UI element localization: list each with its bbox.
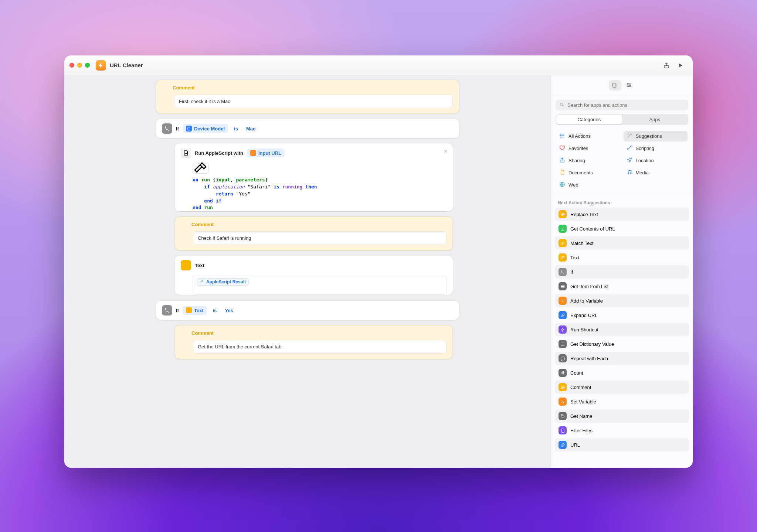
if-variable-token[interactable]: Text <box>183 306 207 315</box>
branch-icon <box>162 123 172 134</box>
input-variable-token[interactable]: Input URL <box>247 149 285 157</box>
link-icon <box>559 311 567 319</box>
shortcut-app-icon <box>96 60 106 71</box>
svg-point-9 <box>560 137 560 137</box>
suggestion-repeat-with-each[interactable]: Repeat with Each <box>555 352 689 365</box>
window-controls <box>69 63 90 68</box>
search-input[interactable] <box>567 102 685 108</box>
if-operator[interactable]: is <box>232 125 240 133</box>
suggestion-get-contents-of-url[interactable]: Get Contents of URL <box>555 222 689 235</box>
wand-icon <box>627 133 632 140</box>
branch-icon <box>559 268 567 276</box>
suggestion-if[interactable]: If <box>555 265 689 279</box>
comment-text-field[interactable]: Check if Safari is running <box>193 231 447 245</box>
run-applescript-action[interactable]: Run AppleScript with Input URL ✕ on run … <box>175 143 453 211</box>
action-title: Text <box>195 263 204 268</box>
category-suggestions[interactable]: Suggestions <box>624 131 688 141</box>
suggestion-run-shortcut[interactable]: Run Shortcut <box>555 323 689 336</box>
settings-tab-button[interactable] <box>623 80 635 91</box>
list-icon <box>559 340 567 348</box>
repeat-icon <box>559 354 567 362</box>
category-sharing[interactable]: Sharing <box>556 155 621 166</box>
text-field[interactable]: AppleScript Result <box>193 275 447 295</box>
svg-rect-2 <box>613 83 616 87</box>
tag-icon <box>559 412 567 420</box>
variable-token[interactable]: AppleScript Result <box>197 278 249 286</box>
if-variable-token[interactable]: Device Model <box>183 124 228 133</box>
category-documents[interactable]: Documents <box>556 167 621 178</box>
comment-action[interactable]: Comment Get the URL from the current Saf… <box>175 325 453 359</box>
comment-action[interactable]: Comment Check if Safari is running <box>175 216 453 250</box>
minimize-window-button[interactable] <box>77 63 82 68</box>
suggestion-get-item-from-list[interactable]: Get Item from List <box>555 280 689 293</box>
workflow-canvas[interactable]: Comment First, check if it is a Mac If D… <box>64 75 551 468</box>
if-keyword: If <box>176 308 179 313</box>
library-tab-button[interactable] <box>609 80 621 91</box>
close-window-button[interactable] <box>69 63 74 68</box>
hash-icon <box>559 369 567 377</box>
category-scripting[interactable]: Scripting <box>624 143 688 154</box>
text-icon <box>559 239 567 247</box>
if-value[interactable]: Yes <box>223 306 235 315</box>
search-field[interactable] <box>556 100 688 110</box>
segment-apps[interactable]: Apps <box>622 115 688 124</box>
var-icon <box>559 398 567 406</box>
action-title: Comment <box>191 330 214 336</box>
suggestion-match-text[interactable]: Match Text <box>555 236 689 250</box>
comment-icon <box>181 329 188 337</box>
app-window: URL Cleaner Comment First, check if it i… <box>64 55 693 468</box>
library-mode-segmented[interactable]: Categories Apps <box>556 114 688 125</box>
suggestion-get-dictionary-value[interactable]: Get Dictionary Value <box>555 337 689 351</box>
if-action[interactable]: If Text is Yes <box>156 301 459 320</box>
comment-text-field[interactable]: First, check if it is a Mac <box>174 95 453 108</box>
text-action[interactable]: Text AppleScript Result <box>175 256 453 295</box>
suggestion-add-to-variable[interactable]: Add to Variable <box>555 294 689 307</box>
action-title: Run AppleScript with <box>195 150 243 156</box>
suggestion-get-name[interactable]: Get Name <box>555 409 689 423</box>
category-all-actions[interactable]: All Actions <box>556 131 621 141</box>
comment-text-field[interactable]: Get the URL from the current Safari tab <box>193 340 447 354</box>
run-button[interactable] <box>673 59 688 71</box>
dl-icon <box>559 225 567 233</box>
suggestion-list: Replace TextGet Contents of URLMatch Tex… <box>551 208 693 458</box>
if-action[interactable]: If Device Model is Mac <box>156 119 459 138</box>
if-operator[interactable]: is <box>211 306 219 315</box>
svg-point-7 <box>560 134 560 134</box>
doc-icon <box>559 169 565 176</box>
share-button[interactable] <box>659 59 673 71</box>
comment-action[interactable]: Comment First, check if it is a Mac <box>156 80 459 114</box>
link-icon <box>559 441 567 449</box>
remove-action-button[interactable]: ✕ <box>444 149 448 154</box>
compile-script-button[interactable] <box>193 163 209 174</box>
if-keyword: If <box>176 126 179 132</box>
script-editor[interactable]: on run {input, parameters} if applicatio… <box>193 177 447 211</box>
comment-icon <box>181 221 188 228</box>
svg-point-11 <box>628 173 629 174</box>
window-title: URL Cleaner <box>110 62 143 68</box>
category-location[interactable]: Location <box>624 155 688 166</box>
text-icon <box>559 210 567 218</box>
variable-icon <box>250 150 256 156</box>
suggestion-expand-url[interactable]: Expand URL <box>555 308 689 322</box>
category-media[interactable]: Media <box>624 167 688 178</box>
category-web[interactable]: Web <box>556 180 621 190</box>
category-favorites[interactable]: Favorites <box>556 143 621 154</box>
if-value[interactable]: Mac <box>244 125 258 133</box>
titlebar: URL Cleaner <box>64 55 693 75</box>
suggestion-filter-files[interactable]: Filter Files <box>555 424 689 437</box>
suggestion-count[interactable]: Count <box>555 366 689 379</box>
segment-categories[interactable]: Categories <box>556 115 622 124</box>
suggestion-replace-text[interactable]: Replace Text <box>555 208 689 221</box>
loc-icon <box>627 157 632 164</box>
suggestion-set-variable[interactable]: Set Variable <box>555 395 689 408</box>
zoom-window-button[interactable] <box>85 63 90 68</box>
bolt-icon <box>559 325 567 334</box>
text-icon <box>559 253 567 262</box>
suggestion-text[interactable]: Text <box>555 251 689 264</box>
comment-icon <box>559 383 567 391</box>
device-icon <box>186 126 192 132</box>
suggestion-url[interactable]: URL <box>555 438 689 451</box>
action-title: Comment <box>191 222 214 227</box>
var-icon <box>559 297 567 305</box>
suggestion-comment[interactable]: Comment <box>555 381 689 394</box>
